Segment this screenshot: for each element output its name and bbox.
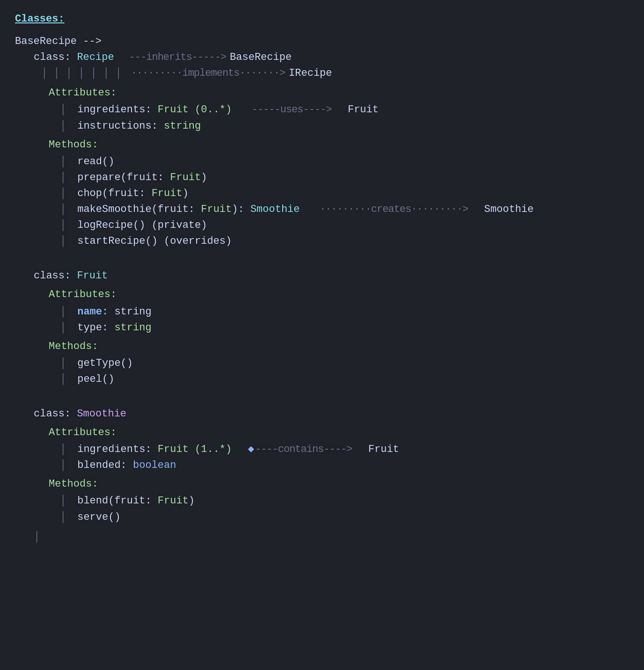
- fruit-methods-label: Methods:: [15, 339, 629, 355]
- recipe-implements-arrow: ·········implements·······>: [131, 66, 285, 81]
- recipe-implements-line: │ │ │ │ │ │ │ ·········implements·······…: [15, 66, 629, 81]
- recipe-vbar-2: │: [60, 118, 66, 134]
- recipe-method-logRecipe: │ logRecipe() (private): [15, 218, 629, 233]
- class-smoothie: class: Smoothie Attributes: │ ingredient…: [15, 406, 629, 545]
- fruit-attr-name: │ name: string: [15, 304, 629, 320]
- smoothie-methods-label: Methods:: [15, 476, 629, 492]
- recipe-methods-label: Methods:: [15, 137, 629, 153]
- recipe-pipes: │ │ │ │ │ │ │: [41, 66, 122, 81]
- recipe-class-line: class: Recipe ---inherits-----> BaseReci…: [15, 50, 629, 66]
- fruit-class-line: class: Fruit: [15, 268, 629, 284]
- recipe-attr-instructions: │ instructions: string: [15, 118, 629, 134]
- recipe-method-read: │ read(): [15, 154, 629, 170]
- smoothie-attr-ingredients: │ ingredients: Fruit (1..*) ◆----contain…: [15, 442, 629, 458]
- smoothie-method-serve: │ serve(): [15, 510, 629, 525]
- smoothie-method-blend: │ blend(fruit: Fruit): [15, 493, 629, 509]
- recipe-ingredients-text: ingredients: Fruit (0..*) -----uses---->…: [73, 102, 379, 118]
- recipe-attr-ingredients: │ ingredients: Fruit (0..*) -----uses---…: [15, 102, 629, 118]
- fruit-attr-type: │ type: string: [15, 320, 629, 336]
- recipe-class-name: Recipe: [71, 50, 114, 66]
- fruit-method-peel: │ peel(): [15, 371, 629, 387]
- recipe-method-startRecipe: │ startRecipe() (overrides): [15, 233, 629, 249]
- fruit-method-getType: │ getType(): [15, 356, 629, 371]
- recipe-implements-target: IRecipe: [289, 66, 332, 81]
- class-fruit: class: Fruit Attributes: │ name: string …: [15, 268, 629, 387]
- smoothie-class-line: class: Smoothie: [15, 406, 629, 422]
- recipe-method-prepare: │ prepare(fruit: Fruit): [15, 170, 629, 186]
- smoothie-attributes-label: Attributes:: [15, 425, 629, 441]
- recipe-method-makeSmoothie: │ makeSmoothie(fruit: Fruit): Smoothie ·…: [15, 202, 629, 218]
- fruit-attributes-label: Attributes:: [15, 287, 629, 303]
- recipe-inherits-arrow: ---inherits----->: [129, 50, 226, 66]
- page-container: Classes: BaseRecipe --> class: Recipe --…: [15, 11, 629, 545]
- recipe-class-kw: class:: [34, 50, 71, 66]
- recipe-inherits-target: BaseRecipe: [230, 50, 292, 66]
- class-recipe: BaseRecipe --> class: Recipe ---inherits…: [15, 34, 629, 249]
- smoothie-attr-blended: │ blended: boolean: [15, 458, 629, 473]
- bottom-bar: │: [15, 529, 629, 545]
- recipe-attributes-label: Attributes:: [15, 85, 629, 101]
- section-header: Classes:: [15, 11, 629, 27]
- recipe-method-chop: │ chop(fruit: Fruit): [15, 186, 629, 202]
- recipe-vbar-1: │: [60, 102, 66, 118]
